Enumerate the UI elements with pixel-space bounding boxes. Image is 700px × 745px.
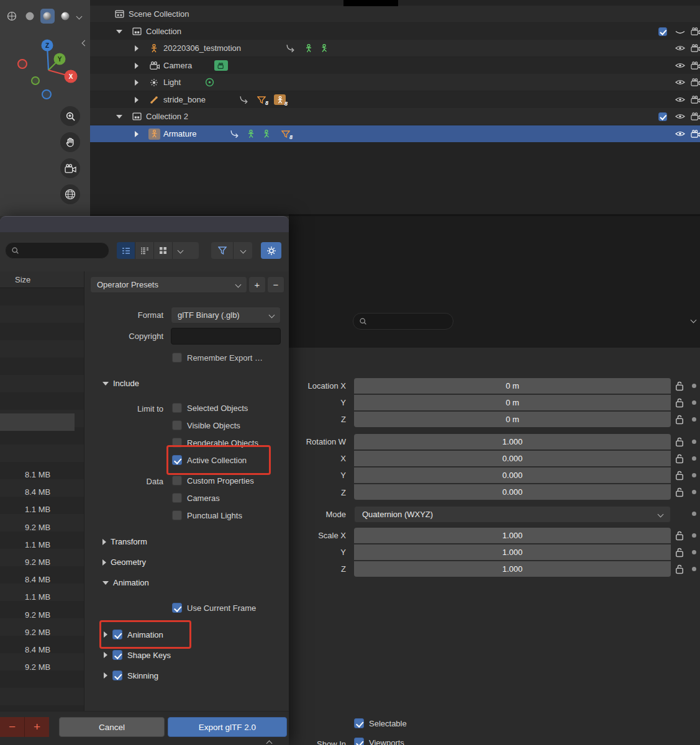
dialog-titlebar[interactable]: [0, 216, 289, 232]
hide-in-viewport-icon[interactable]: [675, 40, 685, 56]
material-preview-shading-icon[interactable]: [40, 9, 55, 24]
pan-tool-button[interactable]: [60, 132, 80, 152]
custom-properties-checkbox[interactable]: [172, 476, 182, 485]
hide-in-viewport-icon[interactable]: [675, 57, 685, 74]
thumbnail-view-button[interactable]: [154, 242, 173, 259]
keyframe-dot-icon[interactable]: [692, 512, 696, 516]
custom-properties-option[interactable]: Custom Properties: [172, 476, 254, 485]
zoom-tool-button[interactable]: [60, 106, 80, 126]
keyframe-dot-icon[interactable]: [692, 400, 696, 405]
location-z-field[interactable]: 0 m: [354, 412, 671, 427]
remember-export-checkbox[interactable]: [172, 353, 182, 363]
expand-collapse-icon[interactable]: [135, 40, 139, 56]
location-x-field[interactable]: 0 m: [354, 378, 671, 394]
copyright-input[interactable]: [171, 328, 281, 345]
solid-shading-icon[interactable]: [22, 9, 37, 24]
rotation-z-field[interactable]: 0.000: [354, 484, 671, 500]
expand-collapse-icon[interactable]: [116, 23, 122, 40]
animation-suboption[interactable]: Animation: [104, 630, 163, 639]
rotation-x-field[interactable]: 0.000: [354, 451, 671, 466]
subsection-collapsed-icon[interactable]: [104, 652, 107, 658]
disable-in-renders-icon[interactable]: [691, 108, 700, 125]
lock-icon[interactable]: [675, 564, 684, 574]
rotation-w-field[interactable]: 1.000: [354, 434, 671, 449]
expand-collapse-icon[interactable]: [135, 74, 139, 91]
orthographic-toggle-button[interactable]: [60, 184, 80, 204]
active-collection-option[interactable]: Active Collection: [172, 455, 247, 465]
filter-settings-chevron-icon[interactable]: [234, 242, 252, 259]
disable-in-renders-icon[interactable]: [691, 57, 700, 74]
operator-presets-dropdown[interactable]: Operator Presets: [90, 276, 247, 293]
outliner-row-testmotion[interactable]: 20220306_testmotion: [90, 40, 700, 56]
renderable-objects-checkbox[interactable]: [172, 438, 182, 448]
outliner-row-camera[interactable]: Camera: [90, 57, 700, 74]
active-collection-checkbox[interactable]: [172, 455, 182, 465]
subsection-collapsed-icon[interactable]: [104, 631, 107, 638]
lock-icon[interactable]: [675, 530, 684, 541]
lock-icon[interactable]: [675, 487, 684, 497]
geometry-section-header[interactable]: Geometry: [102, 558, 146, 567]
outliner-row-stride-bone[interactable]: stride_bone 8 8: [90, 91, 700, 108]
lock-icon[interactable]: [675, 397, 684, 408]
visible-objects-checkbox[interactable]: [172, 420, 182, 430]
cameras-checkbox[interactable]: [172, 493, 182, 503]
hide-in-viewport-icon[interactable]: [675, 74, 685, 91]
punctual-lights-checkbox[interactable]: [172, 510, 182, 520]
expand-collapse-icon[interactable]: [135, 57, 139, 74]
collection-enable-checkbox[interactable]: [658, 23, 667, 40]
visible-objects-option[interactable]: Visible Objects: [172, 420, 240, 430]
keyframe-dot-icon[interactable]: [692, 440, 696, 444]
skinning-suboption[interactable]: Skinning: [104, 670, 158, 680]
selectable-checkbox[interactable]: [354, 718, 364, 728]
outliner-row-collection[interactable]: Collection: [90, 23, 700, 40]
collection-enable-checkbox[interactable]: [658, 108, 667, 125]
keyframe-dot-icon[interactable]: [692, 567, 696, 571]
hide-in-viewport-icon[interactable]: [675, 108, 685, 125]
location-y-field[interactable]: 0 m: [354, 395, 671, 410]
expand-collapse-icon[interactable]: [135, 91, 139, 108]
hide-in-viewport-icon[interactable]: [675, 23, 685, 40]
keyframe-dot-icon[interactable]: [692, 533, 696, 538]
file-row-highlight[interactable]: [0, 413, 75, 431]
selectable-option[interactable]: Selectable: [354, 718, 407, 728]
punctual-lights-option[interactable]: Punctual Lights: [172, 510, 242, 520]
animation-section-header[interactable]: Animation: [102, 578, 149, 587]
skinning-checkbox[interactable]: [112, 670, 122, 680]
hide-in-viewport-icon[interactable]: [675, 125, 685, 142]
size-column-header[interactable]: Size: [0, 271, 84, 288]
hide-in-viewport-icon[interactable]: [675, 91, 685, 108]
add-preset-button[interactable]: +: [248, 276, 266, 293]
viewports-option[interactable]: Viewports: [354, 738, 404, 745]
filter-funnel-button[interactable]: [211, 242, 234, 259]
scale-y-field[interactable]: 1.000: [354, 544, 671, 560]
display-settings-chevron-icon[interactable]: [173, 242, 188, 259]
file-search-input[interactable]: [5, 242, 109, 259]
rotation-y-field[interactable]: 0.000: [354, 467, 671, 483]
lock-icon[interactable]: [675, 547, 684, 558]
keyframe-dot-icon[interactable]: [692, 384, 696, 388]
add-bookmark-button[interactable]: +: [25, 717, 49, 737]
disable-in-renders-icon[interactable]: [691, 125, 700, 142]
keyframe-dot-icon[interactable]: [692, 473, 696, 477]
viewports-checkbox[interactable]: [354, 738, 364, 745]
renderable-objects-option[interactable]: Renderable Objects: [172, 438, 258, 448]
lock-icon[interactable]: [675, 470, 684, 481]
disable-in-renders-icon[interactable]: [691, 91, 700, 108]
scale-x-field[interactable]: 1.000: [354, 528, 671, 543]
wireframe-shading-icon[interactable]: [4, 9, 19, 24]
outliner-row-collection-2[interactable]: Collection 2: [90, 108, 700, 125]
remember-export-option[interactable]: Remember Export …: [172, 353, 263, 363]
export-gltf-button[interactable]: Export glTF 2.0: [168, 717, 287, 737]
disable-in-renders-icon[interactable]: [691, 74, 700, 91]
lock-icon[interactable]: [675, 414, 684, 425]
cancel-button[interactable]: Cancel: [59, 717, 165, 737]
sidebar-collapse-icon[interactable]: [82, 40, 88, 47]
include-section-header[interactable]: Include: [102, 379, 139, 388]
cameras-option[interactable]: Cameras: [172, 493, 220, 503]
remove-preset-button[interactable]: −: [267, 276, 284, 293]
disable-in-renders-icon[interactable]: [691, 40, 700, 56]
format-dropdown[interactable]: glTF Binary (.glb): [171, 307, 281, 323]
navigation-gizmo[interactable]: Z Y X: [12, 36, 81, 104]
horizontal-list-view-button[interactable]: [135, 242, 154, 259]
rendered-shading-icon[interactable]: [58, 9, 73, 24]
